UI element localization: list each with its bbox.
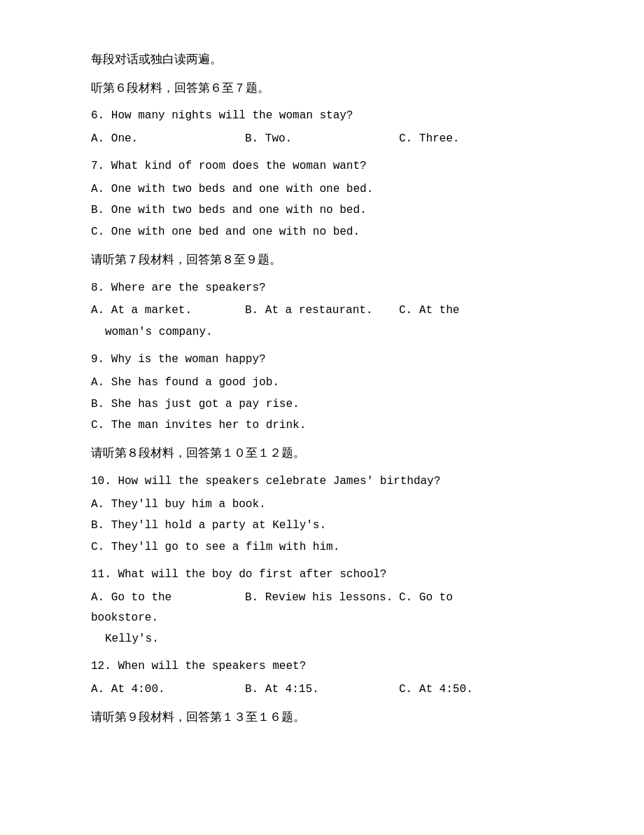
q8-option-c-part2: woman's company. [91, 322, 553, 343]
q12-option-c: C. At 4:50. [399, 679, 553, 700]
section6-header: 听第６段材料，回答第６至７题。 [91, 78, 553, 99]
q7-option-c: C. One with one bed and one with no bed. [91, 222, 553, 242]
q11-option-a: A. Go to the bookstore. [91, 588, 245, 628]
question-9: 9. Why is the woman happy? [91, 350, 553, 370]
q8-options-row: A. At a market. B. At a restaurant. C. A… [91, 301, 553, 321]
section7-header: 请听第７段材料，回答第８至９题。 [91, 249, 553, 271]
q12-option-b: B. At 4:15. [245, 679, 399, 700]
q10-option-c: C. They'll go to see a film with him. [91, 537, 553, 558]
q7-option-b: B. One with two beds and one with no bed… [91, 200, 553, 221]
q6-option-c: C. Three. [399, 129, 553, 149]
section8-header: 请听第８段材料，回答第１０至１２题。 [91, 443, 553, 464]
q6-option-a: A. One. [91, 129, 245, 149]
q12-options-row: A. At 4:00. B. At 4:15. C. At 4:50. [91, 679, 553, 700]
question-6: 6. How many nights will the woman stay? [91, 106, 553, 126]
question-12: 12. When will the speakers meet? [91, 656, 553, 677]
q9-option-b: B. She has just got a pay rise. [91, 394, 553, 415]
q7-option-a: A. One with two beds and one with one be… [91, 179, 553, 200]
question-8: 8. Where are the speakers? [91, 278, 553, 298]
q6-options-row: A. One. B. Two. C. Three. [91, 129, 553, 149]
section9-header: 请听第９段材料，回答第１３至１６题。 [91, 707, 553, 729]
q11-option-b: B. Review his lessons. [245, 588, 399, 628]
q10-option-b: B. They'll hold a party at Kelly's. [91, 516, 553, 536]
q8-option-a: A. At a market. [91, 301, 245, 321]
q9-option-c: C. The man invites her to drink. [91, 415, 553, 436]
q10-option-a: A. They'll buy him a book. [91, 495, 553, 515]
intro-text: 每段对话或独白读两遍。 [91, 49, 553, 71]
question-10: 10. How will the speakers celebrate Jame… [91, 471, 553, 492]
q9-option-a: A. She has found a good job. [91, 373, 553, 393]
question-11: 11. What will the boy do first after sch… [91, 565, 553, 585]
q12-option-a: A. At 4:00. [91, 679, 245, 700]
q11-option-c-part2: Kelly's. [91, 629, 553, 649]
q6-option-b: B. Two. [245, 129, 399, 149]
q11-options-row: A. Go to the bookstore. B. Review his le… [91, 588, 553, 628]
q8-option-b: B. At a restaurant. [245, 301, 399, 321]
q11-option-c-part1: C. Go to [399, 588, 553, 628]
question-7: 7. What kind of room does the woman want… [91, 156, 553, 177]
q8-option-c-part1: C. At the [399, 301, 553, 321]
